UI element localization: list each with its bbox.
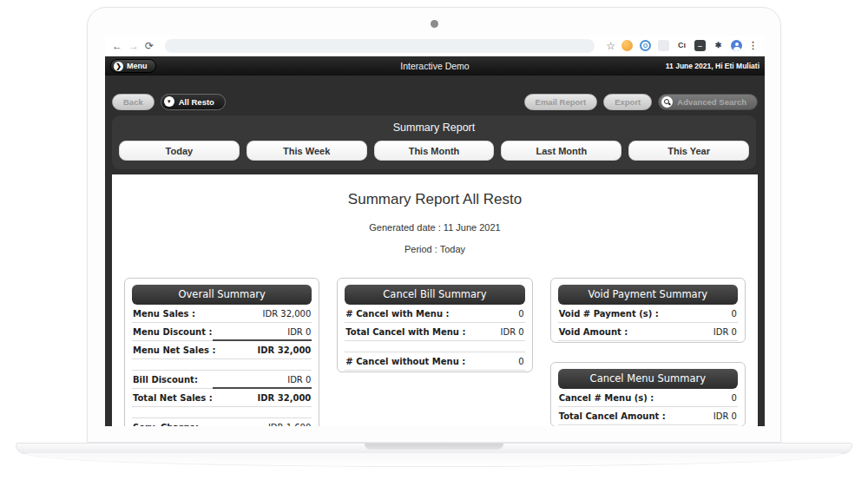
row-label: # Cancel with Menu : [345, 309, 449, 319]
tab-this-year[interactable]: This Year [628, 141, 749, 161]
card-title: Void Payment Summary [558, 285, 738, 305]
tab-last-month[interactable]: Last Month [501, 141, 621, 161]
data-row: Cancel # Menu (s) :0 [558, 389, 738, 407]
cards-col-0: Overall SummaryMenu Sales :IDR 32,000Men… [124, 278, 319, 426]
card-title: Cancel Bill Summary [345, 285, 524, 305]
row-value: IDR 0 [713, 327, 737, 337]
back-button[interactable]: Back [112, 94, 155, 110]
data-row: # Cancel without Menu :0 [345, 352, 524, 371]
row-label: Menu Net Sales : [133, 345, 215, 355]
report-tabs: TodayThis WeekThis MonthLast MonthThis Y… [119, 141, 749, 161]
resto-filter-button[interactable]: ▼ All Resto [161, 94, 226, 110]
emoji-extension-icon[interactable] [621, 40, 633, 51]
row-label: Total Cancel Amount : [559, 411, 666, 421]
report-toolbar: Back ▼ All Resto Email Report Export Adv… [112, 91, 758, 112]
cards-col-2: Void Payment SummaryVoid # Payment (s) :… [550, 278, 746, 426]
extension-icons: OCı‒✱ [621, 40, 742, 51]
spacer-row [132, 407, 312, 418]
generated-date: Generated date : 11 June 2021 [112, 222, 758, 233]
laptop-base-lip [26, 453, 842, 467]
user-greeting: 11 June 2021, Hi Eti Muliati [666, 62, 760, 70]
row-value: 0 [518, 357, 523, 366]
row-label: Total Net Sales : [133, 393, 213, 403]
data-row: Serv. Charge:IDR 1,600 [132, 418, 312, 426]
report-page: Back ▼ All Resto Email Report Export Adv… [105, 76, 765, 426]
star-extension-icon[interactable]: ✱ [713, 40, 724, 51]
search-icon [661, 96, 673, 108]
address-bar[interactable] [165, 39, 595, 53]
data-row: Bill Discount:IDR 0 [132, 371, 312, 389]
data-row: Menu Sales :IDR 32,000 [132, 305, 312, 323]
back-icon[interactable]: ← [112, 41, 122, 51]
row-value: IDR 0 [287, 327, 311, 337]
email-report-button[interactable]: Email Report [524, 94, 598, 110]
cancel-bill-summary-card: Cancel Bill Summary# Cancel with Menu :0… [337, 278, 532, 372]
bookmark-star-icon[interactable]: ☆ [606, 40, 615, 52]
row-value: 0 [732, 393, 737, 403]
data-row: Void # Payment (s) :0 [558, 305, 738, 323]
advanced-search-label: Advanced Search [677, 97, 746, 107]
resto-filter-label: All Resto [179, 97, 214, 107]
row-value: IDR 32,000 [258, 393, 312, 403]
summary-cards: Overall SummaryMenu Sales :IDR 32,000Men… [112, 278, 758, 426]
webcam-dot [431, 20, 438, 28]
data-row: Menu Discount :IDR 0 [132, 323, 312, 341]
chevron-down-icon: ▼ [164, 96, 174, 107]
row-label: # Cancel without Menu : [345, 357, 465, 366]
row-value: IDR 32,000 [263, 309, 312, 319]
card-title: Overall Summary [132, 285, 312, 305]
overall-summary-card: Overall SummaryMenu Sales :IDR 32,000Men… [124, 278, 319, 426]
spacer-row [345, 341, 524, 352]
advanced-search-button[interactable]: Advanced Search [658, 94, 758, 110]
o-extension-icon[interactable]: O [640, 40, 651, 51]
reload-icon[interactable]: ⟳ [145, 41, 154, 51]
export-button[interactable]: Export [603, 94, 652, 110]
browser-menu-icon[interactable]: ⋮ [748, 40, 758, 51]
spacer-row [132, 359, 312, 371]
void-payment-summary-card: Void Payment SummaryVoid # Payment (s) :… [550, 278, 746, 343]
cards-col-1: Cancel Bill Summary# Cancel with Menu :0… [337, 278, 532, 372]
app-header: ❯ Menu Interactive Demo 11 June 2021, Hi… [105, 56, 765, 76]
profile-avatar-icon[interactable] [731, 40, 742, 51]
disabled-extension-icon[interactable] [658, 40, 669, 51]
row-label: Void Amount : [559, 327, 628, 337]
row-value: 0 [518, 309, 523, 319]
data-row: Menu Net Sales :IDR 32,000 [132, 341, 312, 359]
data-row: Total Cancel Amount :IDR 0 [558, 407, 738, 425]
row-value: 0 [732, 309, 737, 319]
row-value: IDR 0 [287, 375, 311, 385]
report-period: Period : Today [112, 244, 758, 254]
data-row: Void Amount :IDR 0 [558, 323, 738, 341]
row-value: IDR 32,000 [258, 345, 312, 355]
card-title: Cancel Menu Summary [558, 369, 738, 389]
tab-this-month[interactable]: This Month [374, 141, 495, 161]
summary-report-panel: Summary Report TodayThis WeekThis MonthL… [112, 115, 756, 169]
row-label: Bill Discount: [133, 375, 198, 385]
row-label: Serv. Charge: [133, 423, 199, 426]
row-label: Menu Discount : [133, 327, 212, 337]
report-sheet: Summary Report All Resto Generated date … [112, 174, 758, 426]
report-title: Summary Report All Resto [112, 174, 758, 208]
browser-toolbar: ← → ⟳ ☆ OCı‒✱ ⋮ [105, 36, 765, 56]
data-row: Total Net Sales :IDR 32,000 [132, 389, 312, 407]
row-value: IDR 0 [501, 327, 524, 337]
data-row: # Cancel with Menu :0 [345, 305, 524, 323]
row-value: IDR 1,600 [268, 423, 311, 426]
cancel-menu-summary-card: Cancel Menu SummaryCancel # Menu (s) :0T… [550, 362, 746, 426]
row-label: Total Cancel with Menu : [345, 327, 465, 337]
row-label: Cancel # Menu (s) : [559, 393, 654, 403]
tab-this-week[interactable]: This Week [247, 141, 367, 161]
screenshot-extension-icon[interactable]: ‒ [694, 40, 706, 51]
forward-icon[interactable]: → [128, 41, 139, 51]
laptop-display: ← → ⟳ ☆ OCı‒✱ ⋮ ❯ Menu Interactive Demo … [105, 36, 765, 426]
row-label: Menu Sales : [133, 309, 195, 319]
tab-today[interactable]: Today [119, 141, 240, 161]
data-row: Total Cancel with Menu :IDR 0 [345, 323, 524, 341]
laptop-frame: ← → ⟳ ☆ OCı‒✱ ⋮ ❯ Menu Interactive Demo … [87, 7, 781, 443]
ci-extension-icon[interactable]: Cı [676, 40, 687, 51]
summary-report-heading: Summary Report [112, 115, 756, 134]
row-value: IDR 0 [713, 411, 737, 421]
trackpad-notch [365, 444, 503, 450]
row-label: Void # Payment (s) : [559, 309, 659, 319]
